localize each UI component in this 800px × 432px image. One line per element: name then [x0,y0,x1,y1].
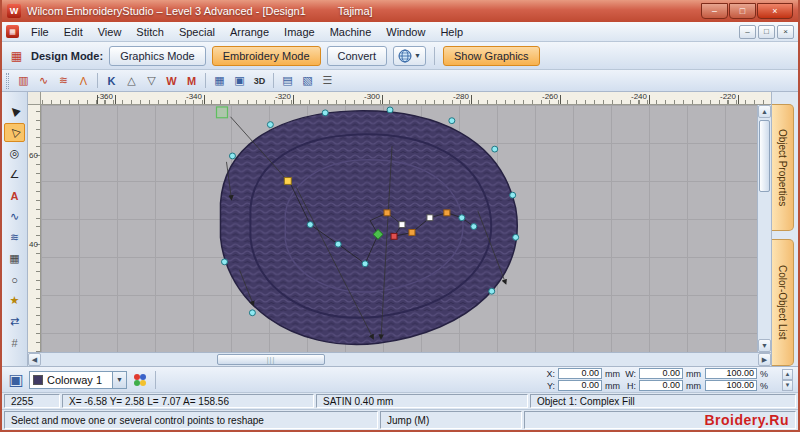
scroll-left-icon[interactable]: ◀ [28,353,41,366]
run-stitch-icon[interactable]: ∿ [34,72,53,89]
h-input[interactable]: 0.00 [639,380,683,391]
mdi-minimize-button[interactable]: – [739,25,756,39]
window-title: Wilcom EmbroideryStudio – Level 3 Advanc… [27,5,306,17]
reshape-arrow-icon: ▷ [7,125,22,140]
mdi-close-button[interactable]: × [777,25,794,39]
convert-button[interactable]: Convert [327,46,388,66]
ellipse-tool[interactable]: ○ [4,270,25,289]
select-tool[interactable]: ▶ [4,102,25,121]
scroll-right-icon[interactable]: ▶ [758,353,771,366]
canvas-area: -360 -340 -320 -300 -280 -260 -240 -220 … [28,92,771,366]
menu-arrange[interactable]: Arrange [223,24,276,40]
ruler-tick: -320 [269,92,297,101]
lettering-tool[interactable]: A [4,186,25,205]
embroidery-design[interactable] [41,105,757,352]
display-colorways-icon[interactable]: ▣ [7,371,25,389]
horizontal-scrollbar[interactable]: ◀ ||| ▶ [28,352,771,366]
pattern-fill-icon[interactable]: ▣ [230,72,249,89]
separator [434,47,435,65]
grid-fill-icon[interactable]: ▦ [210,72,229,89]
watermark-cell: Broidery.Ru [524,411,796,429]
menu-edit[interactable]: Edit [57,24,90,40]
star-icon: ★ [10,294,20,307]
scale-y-input[interactable]: 100.00 [705,380,757,391]
close-button[interactable]: × [757,3,793,19]
texture-fill-icon[interactable]: ▤ [278,72,297,89]
zoom-tool[interactable]: ◎ [4,144,25,163]
horizontal-scroll-thumb[interactable]: ||| [217,354,325,365]
chevron-down-icon[interactable]: ▼ [112,372,126,388]
design-mode-icon: ▦ [8,47,25,64]
start-point-marker[interactable] [217,107,228,118]
pattern-run-icon[interactable]: ▥ [14,72,33,89]
edit-colorway-icon[interactable] [131,371,149,389]
tab-color-object-list[interactable]: Color-Object List [772,239,794,366]
meander-fill-icon[interactable]: M [182,72,201,89]
spinner-up-icon[interactable]: ▲ [782,369,793,380]
grid-tool[interactable]: # [4,333,25,352]
menu-file[interactable]: File [24,24,56,40]
minimize-button[interactable]: – [701,3,728,19]
tatami-fill-icon[interactable]: K [102,72,121,89]
mirror-icon: ⇄ [10,315,19,328]
color-flower-icon [133,373,147,387]
satin-stitch-icon[interactable]: Λ [74,72,93,89]
motif-down-icon[interactable]: ▽ [142,72,161,89]
embroidery-mode-button[interactable]: Embroidery Mode [212,46,321,66]
transform-fields: X: 0.00 mm W: 0.00 mm 100.00 % Y: 0.00 m… [543,368,776,391]
scroll-up-icon[interactable]: ▲ [758,105,771,118]
motif-up-icon[interactable]: △ [122,72,141,89]
stitch-type-info: SATIN 0.40 mm [316,394,528,408]
wave-fill-icon[interactable]: W [162,72,181,89]
separator [205,73,206,88]
graphics-mode-button[interactable]: Graphics Mode [109,46,206,66]
menu-view[interactable]: View [91,24,129,40]
globe-icon [398,49,412,63]
scale-x-input[interactable]: 100.00 [705,368,757,379]
3d-effect-icon[interactable]: 3D [250,72,269,89]
horizontal-scroll-track[interactable]: ||| [41,353,758,366]
x-input[interactable]: 0.00 [558,368,602,379]
scale-y-unit: % [760,381,776,391]
scale-spinner: ▲ ▼ [782,369,793,391]
tab-object-properties[interactable]: Object Properties [772,104,794,231]
ruler-tick: -260 [536,92,564,101]
design-canvas[interactable] [41,105,757,352]
measure-tool[interactable]: ∠ [4,165,25,184]
menu-machine[interactable]: Machine [323,24,379,40]
pointer-position: X= -6.58 Y= 2.58 L= 7.07 A= 158.56 [62,394,314,408]
w-input[interactable]: 0.00 [639,368,683,379]
hoop-globe-button[interactable]: ▼ [393,46,426,66]
vertical-scroll-thumb[interactable] [759,120,770,192]
selected-object-info: Object 1: Complex Fill [530,394,796,408]
restore-button[interactable]: □ [729,3,756,19]
ruler-tick: -340 [180,92,208,101]
star-tool[interactable]: ★ [4,291,25,310]
transform-row-bottom: Y: 0.00 mm H: 0.00 mm 100.00 % [543,380,776,391]
mirror-tool[interactable]: ⇄ [4,312,25,331]
chevron-down-icon: ▼ [414,52,421,59]
menu-special[interactable]: Special [172,24,222,40]
reshape-tool[interactable]: ▷ [4,123,25,142]
fill-tool[interactable]: ▦ [4,249,25,268]
scroll-down-icon[interactable]: ▼ [758,339,771,352]
mdi-restore-button[interactable]: □ [758,25,775,39]
satin-tool[interactable]: ≋ [4,228,25,247]
menu-image[interactable]: Image [277,24,322,40]
menu-help[interactable]: Help [433,24,470,40]
triple-run-icon[interactable]: ≋ [54,72,73,89]
menu-window[interactable]: Window [379,24,432,40]
show-graphics-button[interactable]: Show Graphics [443,46,540,66]
hatch-fill-icon[interactable]: ▧ [298,72,317,89]
colorway-select[interactable]: Colorway 1 ▼ [29,371,127,389]
menu-stitch[interactable]: Stitch [129,24,171,40]
vertical-scrollbar[interactable]: ▲ ▼ [757,105,771,352]
y-label: Y: [543,381,555,391]
spinner-down-icon[interactable]: ▼ [782,380,793,391]
y-input[interactable]: 0.00 [558,380,602,391]
h-label: H: [624,381,636,391]
run-tool[interactable]: ∿ [4,207,25,226]
stitch-list-icon[interactable]: ☰ [318,72,337,89]
hint-bar: Select and move one or several control p… [2,409,798,430]
toolbar-grip[interactable] [6,73,9,89]
